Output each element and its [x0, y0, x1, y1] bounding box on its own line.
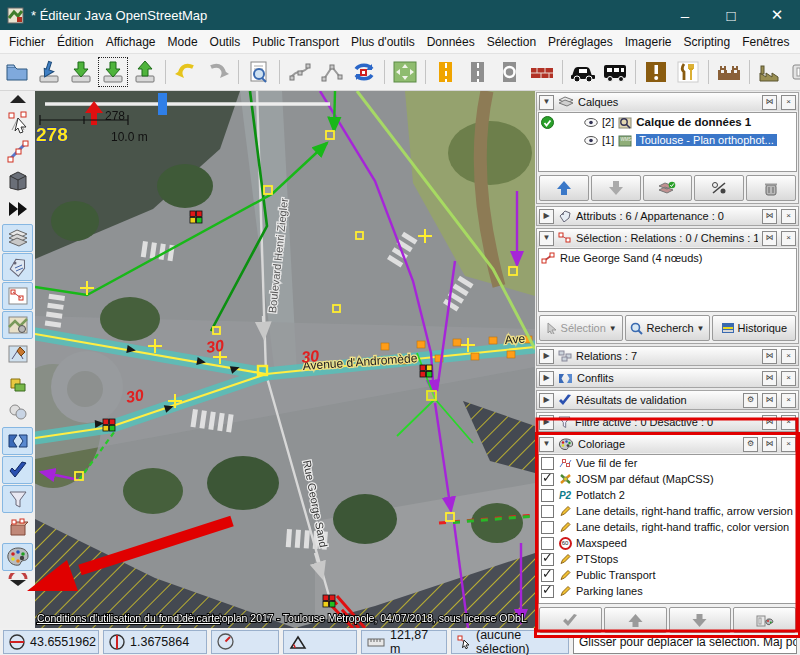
- style-row-parking-lanes[interactable]: Parking lanes: [539, 583, 796, 599]
- eye-icon[interactable]: [584, 118, 598, 127]
- close-icon[interactable]: ×: [781, 393, 796, 408]
- restaurant-icon[interactable]: [674, 58, 702, 86]
- pin-icon[interactable]: ⋈: [762, 393, 777, 408]
- close-icon[interactable]: ×: [781, 371, 796, 386]
- car-icon[interactable]: [569, 58, 597, 86]
- style-row-wireframe[interactable]: Vue fil de fer: [539, 455, 796, 471]
- pin-icon[interactable]: ⋈: [762, 231, 777, 246]
- bus-icon[interactable]: [601, 58, 629, 86]
- filter-toggle-icon[interactable]: [2, 485, 33, 513]
- style-checkbox[interactable]: [541, 553, 554, 566]
- pin-icon[interactable]: ⋈: [762, 437, 777, 452]
- maximize-button[interactable]: □: [708, 0, 754, 30]
- menu-fenetres[interactable]: Fenêtres: [736, 33, 795, 51]
- close-icon[interactable]: ×: [781, 209, 796, 224]
- expand-icon[interactable]: ▶: [539, 349, 554, 364]
- merge-tool-icon[interactable]: [286, 58, 314, 86]
- scroll-down-icon[interactable]: [2, 572, 33, 587]
- road-roundabout-icon[interactable]: [496, 58, 524, 86]
- style-row-public-transport[interactable]: Public Transport: [539, 567, 796, 583]
- style-up-button[interactable]: [604, 607, 667, 633]
- map-view[interactable]: 278 10.0 m 278 Boulevard Henri Ziegler A…: [35, 91, 535, 628]
- style-row-potlatch[interactable]: P2 Potlatch 2: [539, 487, 796, 503]
- building-tool-icon[interactable]: [2, 166, 33, 194]
- move-tool-icon[interactable]: [2, 108, 33, 136]
- expand-icon[interactable]: ▶: [539, 371, 554, 386]
- style-row-maxspeed[interactable]: 60 Maxspeed: [539, 535, 796, 551]
- scroll-up-icon[interactable]: [2, 92, 33, 107]
- eye-icon[interactable]: [584, 136, 598, 145]
- road-motorway-icon[interactable]: [432, 58, 460, 86]
- download-layer-icon[interactable]: [35, 58, 63, 86]
- menu-imagerie[interactable]: Imagerie: [619, 33, 678, 51]
- menu-prereglages[interactable]: Préréglages: [542, 33, 619, 51]
- collapse-icon[interactable]: ▼: [539, 95, 554, 110]
- barrier-wall-icon[interactable]: [528, 58, 556, 86]
- synchronize-icon[interactable]: [350, 58, 378, 86]
- expand-icon[interactable]: ▶: [539, 415, 554, 430]
- menu-mode[interactable]: Mode: [162, 33, 204, 51]
- style-checkbox[interactable]: [541, 585, 554, 598]
- menu-affichage[interactable]: Affichage: [100, 33, 162, 51]
- warning-icon[interactable]: [642, 58, 670, 86]
- history-button[interactable]: Historique: [712, 315, 796, 341]
- close-icon[interactable]: ×: [781, 231, 796, 246]
- style-checkbox[interactable]: [541, 521, 554, 534]
- layers-toggle-icon[interactable]: [2, 224, 33, 252]
- menu-outils[interactable]: Outils: [204, 33, 247, 51]
- pin-icon[interactable]: ⋈: [762, 95, 777, 110]
- expand-icon[interactable]: ▶: [539, 209, 554, 224]
- selection-toggle-icon[interactable]: [2, 282, 33, 310]
- undo-icon[interactable]: [172, 58, 200, 86]
- delete-layer-button[interactable]: [746, 175, 796, 201]
- minimize-button[interactable]: –: [662, 0, 708, 30]
- road-residential-icon[interactable]: [464, 58, 492, 86]
- menu-fichier[interactable]: Fichier: [3, 33, 51, 51]
- style-checkbox[interactable]: [541, 473, 554, 486]
- selection-menu-button[interactable]: Sélection▼: [539, 315, 623, 341]
- electronics-icon[interactable]: [788, 58, 800, 86]
- pin-icon[interactable]: ⋈: [762, 415, 777, 430]
- style-checkbox[interactable]: [541, 569, 554, 582]
- layer-row-imagery[interactable]: [1] WMS Toulouse - Plan orthophot...: [539, 131, 796, 149]
- style-checkbox[interactable]: [541, 537, 554, 550]
- pin-icon[interactable]: ⋈: [762, 371, 777, 386]
- close-icon[interactable]: ×: [781, 349, 796, 364]
- style-row-ptstops[interactable]: PTStops: [539, 551, 796, 567]
- menu-edition[interactable]: Édition: [51, 33, 100, 51]
- map-settings-toggle-icon[interactable]: [2, 311, 33, 339]
- preview-icon[interactable]: [245, 58, 273, 86]
- style-checkbox[interactable]: [541, 505, 554, 518]
- validator-toggle-icon[interactable]: [2, 456, 33, 484]
- style-checkbox[interactable]: [541, 489, 554, 502]
- style-activate-button[interactable]: [539, 607, 602, 633]
- pin-icon[interactable]: ⋈: [762, 349, 777, 364]
- upload-icon[interactable]: [131, 58, 159, 86]
- mappaint-toggle-icon[interactable]: [2, 340, 33, 368]
- presets-toggle-icon[interactable]: [2, 369, 33, 397]
- industrial-icon[interactable]: [756, 58, 784, 86]
- terms-of-use-link[interactable]: Conditions d'utilisation du fond de cart…: [37, 612, 220, 624]
- layer-active-icon[interactable]: [541, 116, 554, 129]
- layer-row-data[interactable]: [2] Calque de données 1: [539, 113, 796, 131]
- collapse-icon[interactable]: ▼: [539, 231, 554, 246]
- collapse-icon[interactable]: ▼: [539, 437, 554, 452]
- style-settings-icon[interactable]: ⚙: [743, 437, 758, 452]
- style-down-button[interactable]: [669, 607, 732, 633]
- merge-layer-button[interactable]: [643, 175, 693, 201]
- menu-audio[interactable]: Audio: [796, 33, 800, 51]
- open-icon[interactable]: [3, 58, 31, 86]
- menu-selection[interactable]: Sélection: [481, 33, 542, 51]
- more-modes-icon[interactable]: [2, 195, 33, 223]
- close-icon[interactable]: ×: [781, 415, 796, 430]
- style-row-josm-default[interactable]: JOSM par défaut (MapCSS): [539, 471, 796, 487]
- download-current-view-icon[interactable]: [99, 58, 127, 86]
- node-tool-icon[interactable]: [318, 58, 346, 86]
- menu-public-transport[interactable]: Public Transport: [246, 33, 345, 51]
- conflicts-toggle-icon[interactable]: [2, 427, 33, 455]
- zoom-to-layer-icon[interactable]: [391, 58, 419, 86]
- menu-donnees[interactable]: Données: [421, 33, 481, 51]
- castle-icon[interactable]: [715, 58, 743, 86]
- menu-plus-doutils[interactable]: Plus d'outils: [345, 33, 421, 51]
- search-button[interactable]: Recherch▼: [625, 315, 709, 341]
